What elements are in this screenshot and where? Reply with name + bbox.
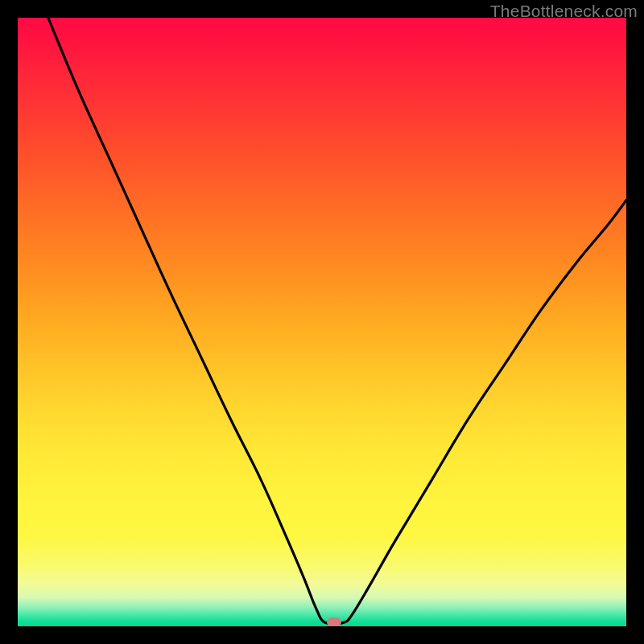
bottleneck-curve [18,18,626,626]
plot-area [18,18,626,626]
chart-frame: TheBottleneck.com [0,0,644,644]
optimal-point-marker [327,617,341,626]
